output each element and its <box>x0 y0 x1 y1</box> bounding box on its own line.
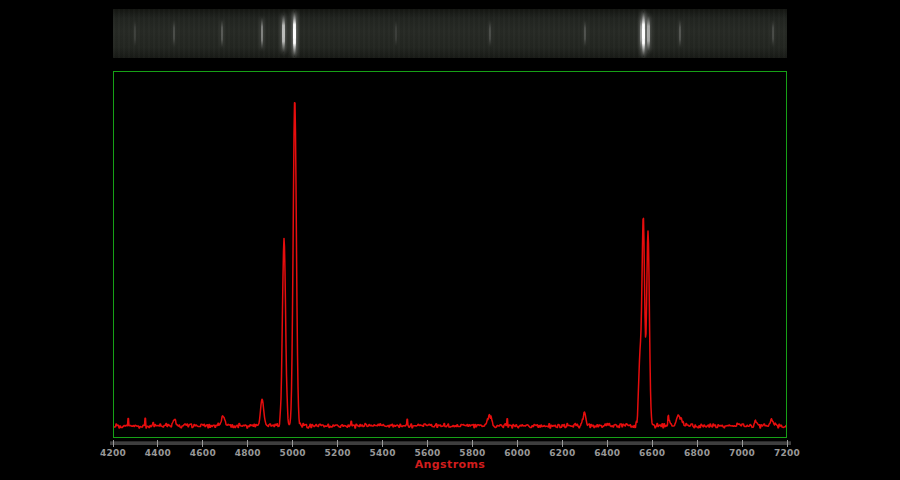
x-axis-tick <box>382 440 383 447</box>
emission-line-2d <box>642 11 645 57</box>
x-axis-tick-label: 7000 <box>729 448 755 458</box>
emission-line-2d <box>584 20 586 48</box>
x-axis-tick <box>697 440 698 447</box>
emission-line-2d <box>173 20 175 47</box>
x-axis-tick-label: 6800 <box>684 448 710 458</box>
x-axis-tick-label: 4200 <box>100 448 126 458</box>
x-axis-tick <box>652 440 653 447</box>
x-axis-tick-label: 5600 <box>414 448 440 458</box>
emission-line-2d <box>282 14 285 52</box>
x-axis-tick-label: 4400 <box>145 448 171 458</box>
emission-line-2d <box>640 17 642 49</box>
x-axis-tick <box>202 440 203 447</box>
x-axis-tick <box>292 440 293 447</box>
x-axis-tick-label: 6200 <box>549 448 575 458</box>
x-axis-tick <box>562 440 563 447</box>
spectral-display-window: 4200440046004800500052005400560058006000… <box>0 0 900 480</box>
x-axis-ticks <box>113 440 787 447</box>
emission-line-2d <box>489 20 491 48</box>
x-axis-tick-label: 6600 <box>639 448 665 458</box>
x-axis-tick-label: 5200 <box>325 448 351 458</box>
spectrum-2d-strip[interactable] <box>113 9 787 58</box>
x-axis-tick <box>607 440 608 447</box>
x-axis-tick <box>787 440 788 447</box>
x-axis-tick-label: 6000 <box>504 448 530 458</box>
x-axis-tick <box>247 440 248 447</box>
x-axis-tick-label: 5400 <box>369 448 395 458</box>
emission-line-2d <box>221 19 223 48</box>
x-axis-tick <box>337 440 338 447</box>
x-axis-tick-label: 5000 <box>280 448 306 458</box>
x-axis-tick <box>427 440 428 447</box>
emission-line-2d <box>134 20 136 46</box>
x-axis-tick-label: 5800 <box>459 448 485 458</box>
x-axis-tick-label: 6400 <box>594 448 620 458</box>
emission-line-2d <box>647 15 650 51</box>
x-axis-tick-label: 4800 <box>235 448 261 458</box>
x-axis-tick <box>742 440 743 447</box>
x-axis-tick-label: 4600 <box>190 448 216 458</box>
emission-line-2d <box>679 19 681 47</box>
x-axis-tick-label: 7200 <box>774 448 800 458</box>
x-axis-title: Angstroms <box>113 458 787 471</box>
emission-line-2d <box>293 11 296 57</box>
emission-line-2d <box>395 20 397 46</box>
x-axis-tick <box>517 440 518 447</box>
x-axis-tick <box>472 440 473 447</box>
emission-line-2d <box>261 17 263 50</box>
x-axis-tick <box>157 440 158 447</box>
x-axis-tick <box>113 440 114 447</box>
spectrum-trace <box>114 103 786 428</box>
emission-line-2d <box>772 20 774 47</box>
spectrum-plot-canvas <box>114 72 786 437</box>
spectrum-1d-plot[interactable] <box>113 71 787 438</box>
